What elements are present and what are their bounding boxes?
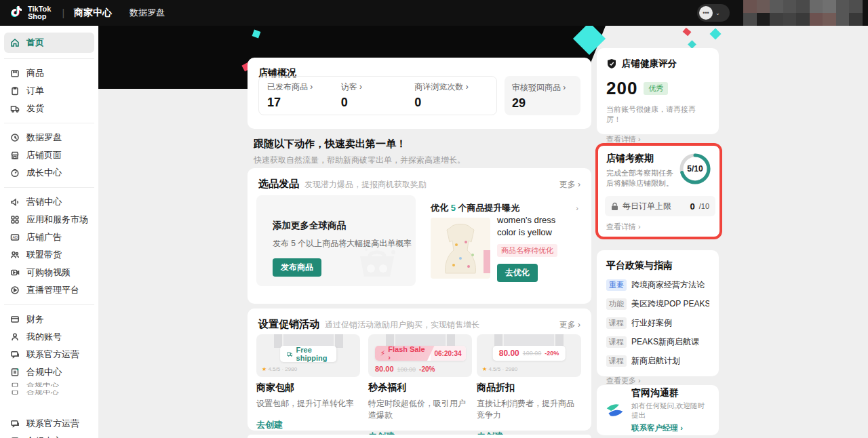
truck-icon (9, 104, 20, 114)
product-selection-card: 选品发品 发现潜力爆品，提报商机获取奖励 更多 › 添加更多全球商品 发布 5 … (248, 168, 591, 304)
lark-logo-icon (605, 400, 625, 420)
daily-order-limit-value: 0 (690, 201, 694, 212)
sidebar-item-data-compass[interactable]: 数据罗盘 (0, 129, 98, 146)
product-section-more-link[interactable]: 更多 › (559, 179, 580, 191)
policy-item[interactable]: 功能 美区跨境POP PEAKS出海… (606, 298, 709, 310)
sidebar-item-marketing-center[interactable]: 营销中心 (0, 193, 98, 211)
policy-badge-feature: 功能 (606, 298, 627, 310)
inspection-progress-ring: 5/10 (679, 153, 711, 185)
top-header-bar: TikTok Shop | 商家中心 数据罗盘 ••• ⌄ (0, 0, 868, 26)
sidebar-item-finance[interactable]: 财务 (0, 311, 98, 328)
health-score-value: 200 (606, 78, 637, 99)
daily-order-limit-row[interactable]: 每日订单上限 0 /10 (605, 196, 715, 216)
policy-item[interactable]: 课程 新商启航计划 (606, 355, 709, 367)
discount-price: 80.00 (499, 349, 519, 358)
sidebar-item-orders[interactable]: 订单 (0, 82, 98, 100)
sidebar-item-app-market[interactable]: 应用和服务市场 (0, 211, 98, 228)
policy-item[interactable]: 重要 跨境商家经营方法论 (606, 279, 709, 291)
promo-tile-free-shipping[interactable]: Free shipping ★ 4.5/5 · 2980 (256, 334, 360, 377)
product-image-dress[interactable] (431, 218, 490, 279)
clipboard-icon (9, 86, 20, 96)
sidebar-item-shoppable-video[interactable]: 可购物视频 (0, 264, 98, 281)
people-icon (9, 250, 20, 260)
contact-manager-link[interactable]: 联系客户经理 › (631, 423, 711, 433)
sidebar-divider (4, 58, 94, 59)
promo-section-more-link[interactable]: 更多 › (559, 319, 580, 331)
home-icon (9, 38, 20, 48)
stat-visitors[interactable]: 访客 › 0 (341, 81, 415, 110)
product-tag-optimize-name: 商品名称待优化 (497, 244, 557, 257)
daily-order-limit-total: /10 (699, 202, 709, 210)
promo-section-subtitle: 通过促销活动激励用户购买，实现销售增长 (325, 319, 559, 331)
policy-more-link[interactable]: 查看更多 › (606, 376, 709, 386)
svg-text:AD: AD (12, 235, 18, 239)
policy-badge-course: 课程 (606, 336, 627, 348)
sidebar-glitch-row: 合规中心 (0, 382, 98, 387)
promo-name-shipping: 商家包邮 (256, 382, 360, 394)
truck-icon (287, 351, 293, 358)
confetti-red-diamond-small (683, 28, 692, 37)
policy-title: 平台政策与指南 (606, 260, 709, 272)
confetti-teal-diamond-small (688, 40, 696, 49)
brand-text: TikTok Shop (28, 5, 51, 20)
sidebar-item-contact-ops[interactable]: 联系官方运营 (0, 346, 98, 363)
inspection-desc: 完成全部考察期任务后将解除店铺限制。 (606, 168, 677, 188)
stat-published-products[interactable]: 已发布商品 › 17 (267, 81, 341, 110)
confetti-teal-diamond-mid (710, 28, 722, 40)
document-check-icon (9, 382, 20, 388)
optimize-products-subcard: 优化 5 个商品提升曝光 › women's dress color is ye… (422, 195, 583, 286)
card-icon (9, 315, 20, 325)
person-icon (9, 332, 20, 342)
contact-desc: 如有任何疑问,欢迎随时提出 (631, 401, 711, 420)
policy-item[interactable]: 课程 行业好案例 (606, 317, 709, 329)
sidebar-item-contact-ops-2[interactable]: 联系官方运营 (0, 415, 98, 433)
contact-group-card: 官网沟通群 如有任何疑问,欢迎随时提出 联系客户经理 › (597, 385, 719, 435)
go-optimize-button[interactable]: 去优化 (497, 264, 538, 282)
publish-product-button[interactable]: 发布商品 (273, 258, 321, 277)
create-shipping-link[interactable]: 去创建 (256, 419, 360, 431)
stat-rejected-products[interactable]: 审核驳回商品 › 29 (505, 76, 580, 115)
header-chat-menu[interactable]: ••• ⌄ (697, 4, 730, 22)
sidebar-glitch-row: 合规中心 (0, 390, 98, 395)
promo-desc-flash: 特定时段超低价，吸引用户造爆款 (368, 398, 473, 421)
policy-guide-card: 平台政策与指南 重要 跨境商家经营方法论 功能 美区跨境POP PEAKS出海…… (597, 250, 719, 376)
rating-row: ★ 4.5/5 · 2980 (262, 366, 297, 372)
sidebar-item-growth-center[interactable]: 成长中心 (0, 164, 98, 182)
stat-product-views[interactable]: 商详浏览次数 › 0 (414, 81, 488, 110)
sidebar-item-shop-ads[interactable]: AD 店铺广告 (0, 228, 98, 246)
nav-data-compass[interactable]: 数据罗盘 (130, 7, 165, 19)
sidebar-item-products[interactable]: 商品 (0, 64, 98, 82)
sidebar-item-shop-page[interactable]: 店铺页面 (0, 146, 98, 164)
nav-merchant-center[interactable]: 商家中心 (74, 7, 112, 19)
chevron-right-icon[interactable]: › (576, 204, 578, 212)
policy-badge-course: 课程 (606, 355, 627, 367)
overview-stats-box: 已发布商品 › 17 访客 › 0 商详浏览次数 › 0 (258, 76, 497, 115)
tiktok-note-icon (9, 5, 23, 21)
promo-tile-flash-sale[interactable]: ⚡Flash Sale › 06:20:34 80.00 100.00 -20% (368, 334, 472, 377)
flash-sale-timer: 06:20:34 (431, 346, 466, 361)
health-title: 店铺健康评分 (622, 58, 677, 70)
promo-section-card: 设置促销活动 通过促销活动激励用户购买，实现销售增长 更多 › Free shi… (248, 308, 591, 431)
daily-order-limit-label: 每日订单上限 (623, 201, 686, 212)
policy-badge-course: 课程 (606, 317, 627, 329)
sidebar-item-compliance[interactable]: 合规中心 (0, 363, 98, 381)
sidebar-item-home[interactable]: 首页 (4, 33, 94, 53)
cart-watermark-icon (351, 244, 403, 282)
health-score-badge: 优秀 (644, 82, 668, 95)
sidebar-item-live-platform[interactable]: 直播管理平台 (0, 281, 98, 299)
tiktok-shop-logo[interactable]: TikTok Shop (9, 5, 51, 21)
promo-tile-discount[interactable]: 80.00 100.00 -20% ★ 4.5/5 · 2980 (477, 334, 581, 377)
policy-item[interactable]: 课程 PEAKS新商启航课 (606, 336, 709, 348)
redacted-account-area (743, 0, 863, 26)
next-card-sliver (248, 435, 591, 438)
sidebar-item-compliance-2[interactable]: 合规中心 (0, 433, 98, 438)
inspection-period-card-highlighted: 店铺考察期 完成全部考察期任务后将解除店铺限制。 5/10 每日订单上限 0 /… (595, 143, 722, 239)
optimize-title: 优化 5 个商品提升曝光 (431, 202, 519, 214)
inspection-detail-link[interactable]: 查看详情 › (606, 222, 641, 232)
sidebar-item-my-account[interactable]: 我的账号 (0, 328, 98, 346)
rating-row: ★ 4.5/5 · 2980 (482, 366, 517, 372)
document-check-icon (9, 367, 20, 378)
sidebar-divider (4, 304, 94, 305)
sidebar-item-affiliate[interactable]: 联盟带货 (0, 246, 98, 264)
sidebar-item-shipping[interactable]: 发货 (0, 100, 98, 117)
